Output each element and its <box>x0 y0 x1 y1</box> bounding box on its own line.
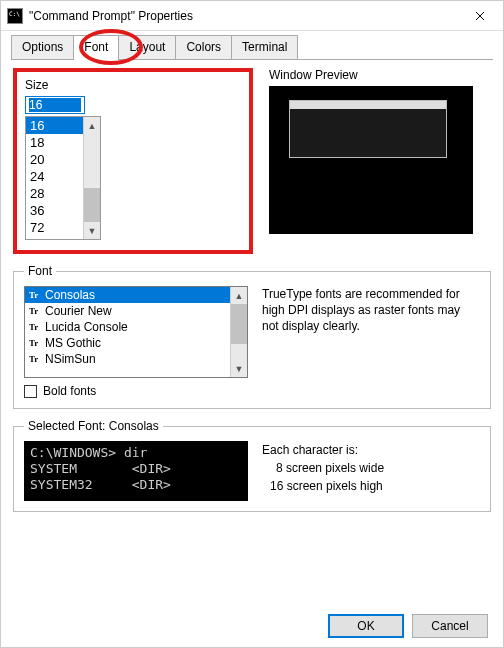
scroll-track[interactable] <box>84 134 100 188</box>
font-group: Font TrConsolas TrCourier New TrLucida C… <box>13 264 491 409</box>
tab-bar: Options Font Layout Colors Terminal <box>11 35 493 60</box>
truetype-icon: Tr <box>29 306 41 316</box>
scroll-up-icon[interactable]: ▲ <box>84 117 100 134</box>
char-info: Each character is: 8 screen pixels wide … <box>262 441 384 495</box>
titlebar: "Command Prompt" Properties <box>1 1 503 31</box>
font-item[interactable]: TrMS Gothic <box>25 335 230 351</box>
tab-terminal[interactable]: Terminal <box>231 35 298 59</box>
char-height-text: 16 screen pixels high <box>262 477 384 495</box>
font-item-label: Consolas <box>45 288 95 302</box>
scroll-thumb[interactable] <box>231 304 247 344</box>
ok-button[interactable]: OK <box>328 614 404 638</box>
tab-content: Size 16 16 18 20 24 28 36 72 ▲ ▼ <box>1 60 503 532</box>
dialog-buttons: OK Cancel <box>328 614 488 638</box>
selected-font-group: Selected Font: Consolas C:\WINDOWS> dir … <box>13 419 491 512</box>
close-button[interactable] <box>457 1 503 31</box>
tab-options[interactable]: Options <box>11 35 74 59</box>
font-item-label: Lucida Console <box>45 320 128 334</box>
font-item[interactable]: TrCourier New <box>25 303 230 319</box>
truetype-icon: Tr <box>29 354 41 364</box>
font-item[interactable]: TrLucida Console <box>25 319 230 335</box>
size-label: Size <box>25 78 241 92</box>
font-item-label: MS Gothic <box>45 336 101 350</box>
font-item-label: Courier New <box>45 304 112 318</box>
tab-colors[interactable]: Colors <box>175 35 232 59</box>
size-scrollbar[interactable]: ▲ ▼ <box>83 117 100 239</box>
size-option[interactable]: 18 <box>26 134 83 151</box>
truetype-icon: Tr <box>29 290 41 300</box>
preview-label: Window Preview <box>269 68 491 82</box>
truetype-icon: Tr <box>29 322 41 332</box>
selected-font-legend: Selected Font: Consolas <box>24 419 163 433</box>
size-section: Size 16 16 18 20 24 28 36 72 ▲ ▼ <box>13 68 253 254</box>
app-icon <box>7 8 23 24</box>
scroll-down-icon[interactable]: ▼ <box>231 360 247 377</box>
bold-fonts-row: Bold fonts <box>24 384 480 398</box>
truetype-icon: Tr <box>29 338 41 348</box>
size-option[interactable]: 16 <box>26 117 83 134</box>
scroll-down-icon[interactable]: ▼ <box>84 222 100 239</box>
font-item-label: NSimSun <box>45 352 96 366</box>
tab-layout[interactable]: Layout <box>118 35 176 59</box>
cancel-button[interactable]: Cancel <box>412 614 488 638</box>
size-option[interactable]: 36 <box>26 202 83 219</box>
font-list-items: TrConsolas TrCourier New TrLucida Consol… <box>25 287 230 377</box>
font-legend: Font <box>24 264 56 278</box>
font-item[interactable]: TrNSimSun <box>25 351 230 367</box>
scroll-track[interactable] <box>231 344 247 360</box>
size-list-items: 16 18 20 24 28 36 72 <box>26 117 83 239</box>
size-option[interactable]: 24 <box>26 168 83 185</box>
font-description: TrueType fonts are recommended for high … <box>262 286 480 378</box>
tab-font[interactable]: Font <box>73 35 119 60</box>
size-option[interactable]: 28 <box>26 185 83 202</box>
scroll-up-icon[interactable]: ▲ <box>231 287 247 304</box>
preview-window-graphic <box>289 100 447 158</box>
window-preview <box>269 86 473 234</box>
window-title: "Command Prompt" Properties <box>29 9 457 23</box>
bold-fonts-label: Bold fonts <box>43 384 96 398</box>
char-width-text: 8 screen pixels wide <box>262 459 384 477</box>
close-icon <box>475 11 485 21</box>
char-info-intro: Each character is: <box>262 441 384 459</box>
font-item[interactable]: TrConsolas <box>25 287 230 303</box>
font-scrollbar[interactable]: ▲ ▼ <box>230 287 247 377</box>
size-input[interactable]: 16 <box>25 96 85 114</box>
font-sample-preview: C:\WINDOWS> dir SYSTEM <DIR> SYSTEM32 <D… <box>24 441 248 501</box>
size-listbox[interactable]: 16 18 20 24 28 36 72 ▲ ▼ <box>25 116 101 240</box>
scroll-thumb[interactable] <box>84 188 100 222</box>
size-option[interactable]: 72 <box>26 219 83 236</box>
preview-section: Window Preview <box>269 68 491 254</box>
bold-fonts-checkbox[interactable] <box>24 385 37 398</box>
font-listbox[interactable]: TrConsolas TrCourier New TrLucida Consol… <box>24 286 248 378</box>
size-option[interactable]: 20 <box>26 151 83 168</box>
size-input-value: 16 <box>29 98 81 112</box>
